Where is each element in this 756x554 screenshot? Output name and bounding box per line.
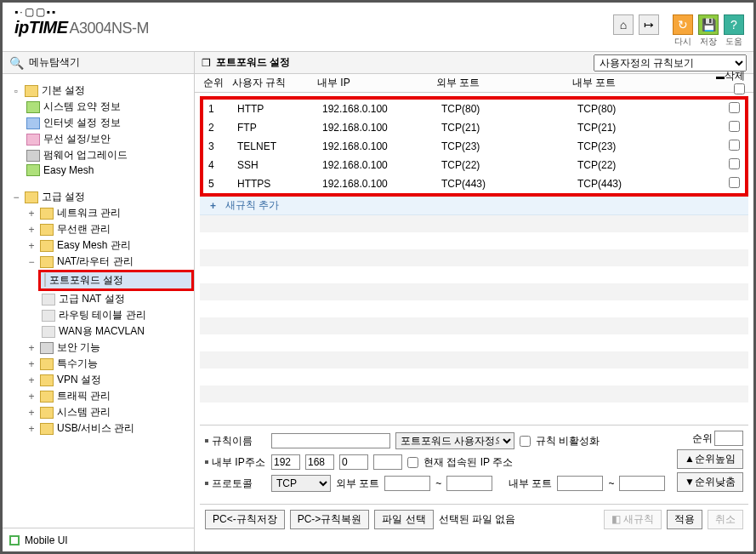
refresh-icon: ↻	[673, 14, 693, 35]
tree-item[interactable]: +특수기능	[8, 356, 194, 372]
main-title: 포트포워드 설정	[216, 55, 290, 70]
tree-nat[interactable]: −NAT/라우터 관리	[8, 254, 194, 270]
protocol-label: 프로토콜	[212, 477, 253, 491]
rule-form: 순위 ▲순위높임 ▼순위낮춤 규칙이름 포트포워드 사용자정의 규칙 비활성화 …	[200, 425, 748, 502]
disable-checkbox[interactable]	[520, 436, 531, 447]
tree-item[interactable]: +보안 기능	[8, 340, 194, 356]
logout-icon: ↦	[639, 14, 659, 35]
logout-button[interactable]: ↦	[638, 14, 660, 35]
help-button[interactable]: ?도움	[723, 14, 745, 48]
table-row[interactable]: 1HTTP192.168.0.100TCP(80)TCP(80)	[203, 100, 745, 118]
sidebar-footer[interactable]: Mobile UI	[3, 528, 194, 551]
tree-item[interactable]: WAN용 MACVLAN	[8, 323, 194, 340]
add-rule-row[interactable]: + 새규칙 추가	[200, 197, 748, 215]
tree-item[interactable]: +무선랜 관리	[8, 221, 194, 237]
select-all-checkbox[interactable]	[734, 83, 745, 94]
tree-item[interactable]: 라우팅 테이블 관리	[8, 307, 194, 323]
tree-item[interactable]: 펌웨어 업그레이드	[8, 147, 194, 163]
ext-port-label: 외부 포트	[336, 477, 379, 491]
tree-item[interactable]: 시스템 요약 정보	[8, 99, 194, 115]
col-ext: 외부 포트	[436, 76, 572, 90]
tree-item[interactable]: 고급 NAT 설정	[8, 291, 194, 307]
cell-ext: TCP(21)	[441, 122, 577, 134]
ext-port-from-input[interactable]	[384, 476, 430, 491]
load-rules-pc-button[interactable]: PC->규칙복원	[290, 510, 370, 529]
ip-b-input[interactable]	[305, 454, 334, 470]
save-button[interactable]: 💾저장	[697, 14, 719, 48]
pf-template-select[interactable]: 포트포워드 사용자정의	[395, 432, 514, 449]
col-ip: 내부 IP	[317, 76, 436, 90]
tree-item[interactable]: Easy Mesh	[8, 163, 194, 177]
order-input[interactable]	[714, 431, 743, 446]
menu-tree: ▫기본 설정 시스템 요약 정보 인터넷 설정 정보 무선 설정/보안 펌웨어 …	[3, 74, 194, 528]
table-row[interactable]: 3TELNET192.168.0.100TCP(23)TCP(23)	[203, 137, 745, 156]
main-panel: ❐ 포트포워드 설정 사용자정의 규칙보기 순위 사용자 규칙 내부 IP 외부…	[195, 52, 753, 551]
protocol-select[interactable]: TCP	[271, 475, 331, 492]
tree-item[interactable]: +Easy Mesh 관리	[8, 237, 194, 254]
row-checkbox[interactable]	[729, 140, 740, 151]
ip-d-input[interactable]	[373, 454, 402, 470]
cell-ext: TCP(23)	[441, 140, 577, 152]
int-ip-label: 내부 IP주소	[212, 455, 265, 470]
cell-ip: 192.168.0.100	[322, 159, 441, 171]
tree-item[interactable]: 무선 설정/보안	[8, 131, 194, 147]
cancel-button[interactable]: 취소	[708, 510, 743, 529]
header: ▪·▢▢▪▪ ipTIMEA3004NS-M ⌂ ↦ ↻다시 💾저장 ?도움	[3, 3, 753, 52]
table-header: 순위 사용자 규칙 내부 IP 외부 포트 내부 포트 ▬삭제	[195, 74, 753, 93]
tree-item[interactable]: +VPN 설정	[8, 372, 194, 388]
row-checkbox[interactable]	[729, 121, 740, 132]
new-rule-button[interactable]: ◧ 새규칙	[604, 510, 662, 529]
mobile-ui-link[interactable]: Mobile UI	[25, 534, 68, 546]
cell-ip: 192.168.0.100	[322, 140, 441, 152]
table-row[interactable]: 4SSH192.168.0.100TCP(22)TCP(22)	[203, 156, 745, 174]
cell-rule: HTTPS	[237, 178, 322, 190]
int-port-to-input[interactable]	[619, 476, 665, 491]
tree-item[interactable]: +시스템 관리	[8, 404, 194, 420]
cell-order: 4	[208, 159, 237, 171]
order-label: 순위	[692, 432, 713, 444]
rules-list: 1HTTP192.168.0.100TCP(80)TCP(80)2FTP192.…	[203, 100, 745, 193]
int-port-from-input[interactable]	[557, 476, 603, 491]
table-row[interactable]: 5HTTPS192.168.0.100TCP(443)TCP(443)	[203, 174, 745, 193]
apply-button[interactable]: 적용	[667, 510, 702, 529]
ip-c-input[interactable]	[339, 454, 368, 470]
cell-ext: TCP(443)	[441, 178, 577, 190]
main-header: ❐ 포트포워드 설정 사용자정의 규칙보기	[195, 52, 753, 74]
ext-port-to-input[interactable]	[446, 476, 492, 491]
cell-int: TCP(443)	[577, 178, 697, 190]
row-checkbox[interactable]	[729, 102, 740, 113]
cell-int: TCP(22)	[577, 159, 697, 171]
cell-order: 5	[208, 178, 237, 190]
save-icon: 💾	[698, 14, 719, 35]
cell-order: 1	[208, 103, 237, 115]
tree-portforward-selected[interactable]: 포트포워드 설정	[8, 270, 194, 291]
tree-item[interactable]: +트래픽 관리	[8, 388, 194, 404]
tree-item[interactable]: +네트워크 관리	[8, 205, 194, 221]
cell-rule: FTP	[237, 122, 322, 134]
file-select-button[interactable]: 파일 선택	[374, 510, 433, 529]
rule-name-input[interactable]	[271, 433, 390, 448]
ip-a-input[interactable]	[271, 454, 300, 470]
save-rules-pc-button[interactable]: PC<-규칙저장	[205, 510, 285, 529]
cell-ip: 192.168.0.100	[322, 178, 441, 190]
home-icon: ⌂	[613, 14, 634, 35]
row-checkbox[interactable]	[729, 177, 740, 188]
row-checkbox[interactable]	[729, 158, 740, 169]
empty-rows	[200, 215, 748, 420]
int-port-label: 내부 포트	[509, 477, 552, 491]
tree-item[interactable]: +USB/서비스 관리	[8, 420, 194, 437]
refresh-button[interactable]: ↻다시	[672, 14, 694, 48]
home-button[interactable]: ⌂	[612, 14, 634, 35]
current-ip-checkbox[interactable]	[407, 457, 418, 468]
order-down-button[interactable]: ▼순위낮춤	[677, 472, 743, 492]
rules-highlight-box: 1HTTP192.168.0.100TCP(80)TCP(80)2FTP192.…	[200, 96, 748, 197]
order-up-button[interactable]: ▲순위높임	[677, 449, 743, 469]
tree-item[interactable]: 인터넷 설정 정보	[8, 115, 194, 131]
col-int: 내부 포트	[572, 76, 702, 90]
tree-basic[interactable]: ▫기본 설정	[8, 83, 194, 99]
cell-ip: 192.168.0.100	[322, 122, 441, 134]
table-row[interactable]: 2FTP192.168.0.100TCP(21)TCP(21)	[203, 118, 745, 137]
plus-icon: +	[210, 200, 225, 212]
cell-int: TCP(23)	[577, 140, 697, 152]
tree-advanced[interactable]: −고급 설정	[8, 189, 194, 205]
